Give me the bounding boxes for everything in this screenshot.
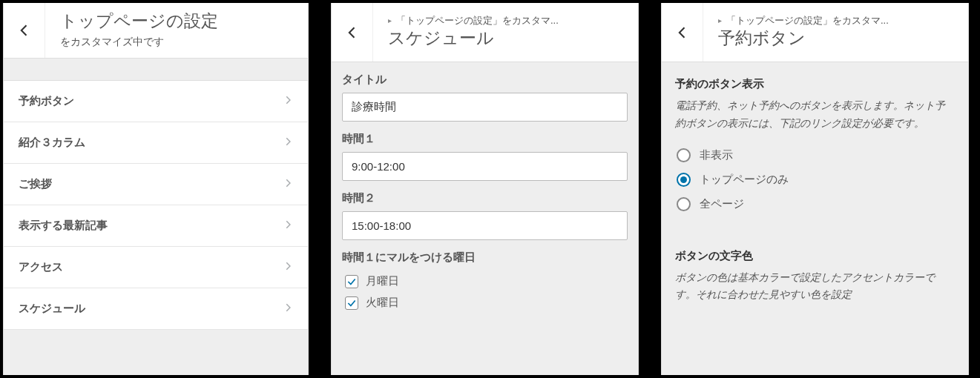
checkbox-mon[interactable] bbox=[345, 275, 358, 288]
page-subtitle: をカスタマイズ中です bbox=[60, 36, 293, 49]
panel-body: タイトル 時間１ 時間２ 時間１にマルをつける曜日 月曜日 火曜日 bbox=[332, 62, 638, 314]
breadcrumb-label: 「トップページの設定」をカスタマ... bbox=[726, 14, 889, 27]
day-label: 火曜日 bbox=[366, 296, 399, 310]
panel-header: トップページの設定 をカスタマイズ中です bbox=[4, 3, 308, 59]
menu-item-label: ご挨拶 bbox=[19, 177, 52, 191]
field-label-title: タイトル bbox=[342, 73, 628, 87]
page-title: スケジュール bbox=[388, 27, 623, 50]
spacer bbox=[4, 59, 308, 81]
customizer-panel-schedule: ▸ 「トップページの設定」をカスタマ... スケジュール タイトル 時間１ 時間… bbox=[331, 3, 639, 375]
radio-label: 全ページ bbox=[700, 197, 744, 211]
chevron-left-icon bbox=[675, 25, 690, 40]
breadcrumb[interactable]: ▸ 「トップページの設定」をカスタマ... bbox=[718, 14, 953, 27]
section-description: 電話予約、ネット予約へのボタンを表示します。ネット予約ボタンの表示には、下記のリ… bbox=[675, 97, 955, 133]
field-label-days: 時間１にマルをつける曜日 bbox=[342, 251, 628, 265]
check-icon bbox=[346, 298, 357, 308]
customizer-panel-top-settings: トップページの設定 をカスタマイズ中です 予約ボタン 紹介３カラム ご挨拶 表示… bbox=[3, 3, 309, 375]
back-button[interactable] bbox=[4, 3, 45, 58]
menu-item-label: 予約ボタン bbox=[19, 94, 74, 108]
menu-item-label: スケジュール bbox=[19, 302, 85, 316]
panel-header: ▸ 「トップページの設定」をカスタマ... 予約ボタン bbox=[662, 3, 968, 62]
back-button[interactable] bbox=[332, 3, 373, 62]
checkbox-tue[interactable] bbox=[345, 296, 358, 310]
field-label-time2: 時間２ bbox=[342, 191, 628, 205]
menu-item-reserve-button[interactable]: 予約ボタン bbox=[4, 81, 308, 122]
chevron-right-icon bbox=[283, 302, 293, 315]
schedule-time1-input[interactable] bbox=[342, 152, 628, 181]
menu-item-label: アクセス bbox=[19, 260, 63, 274]
menu-item-label: 表示する最新記事 bbox=[19, 219, 108, 233]
settings-menu-list: 予約ボタン 紹介３カラム ご挨拶 表示する最新記事 アクセス スケジュール bbox=[4, 81, 308, 330]
page-title: トップページの設定 bbox=[60, 10, 293, 33]
radio-row-hidden[interactable]: 非表示 bbox=[675, 143, 955, 168]
check-icon bbox=[346, 276, 357, 287]
section-heading-display: 予約のボタン表示 bbox=[675, 77, 955, 91]
menu-item-intro-3col[interactable]: 紹介３カラム bbox=[4, 122, 308, 164]
menu-item-access[interactable]: アクセス bbox=[4, 247, 308, 288]
chevron-left-icon bbox=[345, 25, 360, 40]
day-label: 月曜日 bbox=[366, 274, 399, 288]
radio-top-only[interactable] bbox=[677, 173, 691, 187]
header-title-wrap: ▸ 「トップページの設定」をカスタマ... スケジュール bbox=[373, 3, 638, 62]
breadcrumb-caret-icon: ▸ bbox=[388, 16, 392, 24]
day-checkbox-row-tue[interactable]: 火曜日 bbox=[342, 292, 628, 314]
schedule-title-input[interactable] bbox=[342, 93, 628, 122]
field-label-time1: 時間１ bbox=[342, 132, 628, 146]
customizer-panel-reserve-button: ▸ 「トップページの設定」をカスタマ... 予約ボタン 予約のボタン表示 電話予… bbox=[661, 3, 969, 375]
breadcrumb[interactable]: ▸ 「トップページの設定」をカスタマ... bbox=[388, 14, 623, 27]
chevron-left-icon bbox=[17, 23, 32, 38]
section-heading-text-color: ボタンの文字色 bbox=[675, 249, 955, 263]
page-title: 予約ボタン bbox=[718, 27, 953, 50]
chevron-right-icon bbox=[283, 261, 293, 273]
menu-item-greeting[interactable]: ご挨拶 bbox=[4, 164, 308, 205]
breadcrumb-caret-icon: ▸ bbox=[718, 16, 722, 24]
header-title-wrap: ▸ 「トップページの設定」をカスタマ... 予約ボタン bbox=[703, 3, 968, 62]
header-title-wrap: トップページの設定 をカスタマイズ中です bbox=[45, 3, 308, 58]
radio-label: トップページのみ bbox=[700, 173, 789, 187]
radio-all-pages[interactable] bbox=[677, 197, 691, 211]
menu-item-latest-articles[interactable]: 表示する最新記事 bbox=[4, 205, 308, 247]
section-divider bbox=[675, 216, 955, 234]
breadcrumb-label: 「トップページの設定」をカスタマ... bbox=[396, 14, 559, 27]
panel-body: 予約のボタン表示 電話予約、ネット予約へのボタンを表示します。ネット予約ボタンの… bbox=[662, 62, 968, 314]
section-description: ボタンの色は基本カラーで設定したアクセントカラーです。それに合わせた見やすい色を… bbox=[675, 269, 955, 305]
radio-row-all-pages[interactable]: 全ページ bbox=[675, 192, 955, 216]
panel-header: ▸ 「トップページの設定」をカスタマ... スケジュール bbox=[332, 3, 638, 62]
chevron-right-icon bbox=[283, 136, 293, 149]
chevron-right-icon bbox=[283, 178, 293, 190]
radio-hidden[interactable] bbox=[677, 148, 691, 162]
day-checkbox-row-mon[interactable]: 月曜日 bbox=[342, 271, 628, 292]
radio-label: 非表示 bbox=[700, 148, 733, 162]
chevron-right-icon bbox=[283, 95, 293, 107]
radio-row-top-only[interactable]: トップページのみ bbox=[675, 168, 955, 192]
menu-item-label: 紹介３カラム bbox=[19, 136, 85, 150]
chevron-right-icon bbox=[283, 219, 293, 232]
back-button[interactable] bbox=[662, 3, 703, 62]
menu-item-schedule[interactable]: スケジュール bbox=[4, 288, 308, 330]
schedule-time2-input[interactable] bbox=[342, 211, 628, 240]
